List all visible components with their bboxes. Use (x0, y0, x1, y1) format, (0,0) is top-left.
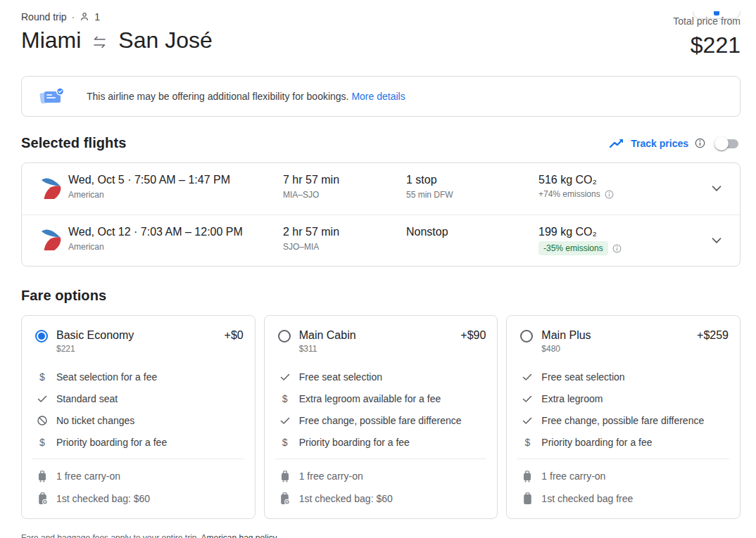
american-airlines-logo (39, 226, 68, 255)
fare-radio[interactable] (278, 330, 291, 342)
fare-price-delta: +$90 (460, 329, 486, 342)
fare-feature: Free seat selection (520, 366, 729, 388)
fare-options-heading: Fare options (21, 288, 106, 304)
bag-allowance: 1st checked bag: $60 (278, 487, 486, 510)
flight-row-outbound[interactable]: Wed, Oct 5 · 7:50 AM – 1:47 PM American … (22, 163, 740, 214)
carry-on-bag-icon (35, 470, 49, 482)
chevron-down-icon (712, 186, 722, 192)
expand-flight-button[interactable] (693, 163, 740, 214)
more-details-link[interactable]: More details (351, 91, 405, 102)
fare-price: $311 (299, 344, 461, 354)
total-price: $221 (673, 32, 741, 58)
track-prices-label: Track prices (631, 138, 688, 149)
fare-feature: $ Seat selection for a fee (35, 366, 244, 388)
bag-allowance: 1 free carry-on (278, 465, 486, 487)
dollar-icon: $ (35, 371, 49, 383)
fare-card-main-cabin[interactable]: Main Cabin $311 +$90 Free seat selection… (264, 315, 498, 519)
banner-message: This airline may be offering additional … (87, 91, 349, 102)
chevron-down-icon (712, 238, 722, 244)
flight-airline: American (68, 242, 283, 252)
flight-route: SJO–MIA (283, 242, 406, 252)
fare-feature: $ Priority boarding for a fee (278, 431, 486, 453)
fare-feature: Free seat selection (278, 366, 486, 388)
fare-radio[interactable] (520, 330, 533, 342)
fare-name: Main Plus (541, 329, 697, 342)
check-icon (520, 415, 534, 426)
flight-stops: 1 stop (406, 174, 538, 186)
trip-type-label: Round trip (21, 11, 67, 23)
fare-price-delta: +$0 (225, 329, 244, 342)
fare-price: $480 (541, 344, 697, 354)
info-icon[interactable] (695, 138, 705, 148)
bag-allowance: 1 free carry-on (35, 465, 244, 487)
fare-feature: $ Extra legroom available for a fee (278, 388, 486, 409)
check-icon (520, 393, 534, 404)
american-airlines-logo (39, 174, 68, 204)
bag-policy-link[interactable]: American bag policy (201, 533, 277, 538)
fare-feature: Extra legroom (520, 388, 729, 409)
flight-route: MIA–SJO (283, 190, 406, 200)
separator-dot: · (72, 11, 75, 23)
flight-airline: American (68, 190, 283, 200)
flight-duration: 7 hr 57 min (283, 174, 406, 186)
fare-feature: No ticket changes (35, 409, 244, 431)
flight-datetime: Wed, Oct 12 · 7:03 AM – 12:00 PM (68, 226, 283, 238)
destination-city: San José (118, 27, 212, 53)
fare-name: Basic Economy (56, 329, 225, 342)
fare-name: Main Cabin (299, 329, 461, 342)
check-icon (278, 371, 292, 383)
info-icon[interactable] (605, 190, 614, 199)
trending-up-icon (609, 138, 624, 149)
carry-on-bag-icon (520, 470, 534, 482)
flexibility-banner: This airline may be offering additional … (21, 76, 741, 117)
info-icon[interactable] (612, 244, 622, 253)
flight-booking-page: Round trip · 1 Miami San José (0, 11, 756, 538)
flight-duration: 2 hr 57 min (283, 226, 406, 238)
fare-feature: Free change, possible fare difference (278, 409, 486, 431)
track-prices-toggle[interactable] (714, 136, 741, 150)
emissions-badge: -35% emissions (538, 241, 608, 255)
swap-arrows-icon (92, 36, 108, 49)
expand-flight-button[interactable] (693, 215, 740, 266)
flight-stops: Nonstop (406, 226, 538, 238)
passenger-icon (80, 12, 89, 22)
blocked-icon (35, 415, 49, 426)
dollar-icon: $ (35, 437, 49, 448)
bag-allowance: 1st checked bag free (520, 487, 729, 510)
selected-flights-heading: Selected flights (21, 135, 126, 151)
fare-radio-selected[interactable] (35, 330, 48, 342)
dollar-icon: $ (278, 437, 292, 448)
fare-feature: $ Priority boarding for a fee (520, 431, 729, 453)
share-button[interactable] (693, 11, 741, 19)
check-icon (520, 371, 534, 383)
fare-price-delta: +$259 (697, 329, 729, 342)
share-icon (714, 11, 719, 15)
fare-card-basic-economy[interactable]: Basic Economy $221 +$0 $ Seat selection … (21, 315, 256, 519)
bag-allowance: 1st checked bag: $60 (35, 487, 244, 510)
flight-row-return[interactable]: Wed, Oct 12 · 7:03 AM – 12:00 PM America… (22, 214, 740, 266)
flight-emissions: 516 kg CO₂ (538, 174, 693, 186)
checked-bag-add-icon (35, 492, 49, 505)
checked-bag-add-icon (278, 492, 292, 505)
flight-datetime: Wed, Oct 5 · 7:50 AM – 1:47 PM (68, 174, 283, 186)
fare-feature: Standard seat (35, 388, 244, 409)
check-icon (35, 393, 49, 404)
checked-bag-icon (520, 492, 534, 505)
carry-on-bag-icon (278, 470, 292, 482)
fare-feature: $ Priority boarding for a fee (35, 431, 244, 453)
booking-flexibility-icon (39, 85, 65, 108)
flight-emissions: 199 kg CO₂ (538, 226, 693, 238)
selected-flights-list: Wed, Oct 5 · 7:50 AM – 1:47 PM American … (21, 162, 741, 267)
fare-card-main-plus[interactable]: Main Plus $480 +$259 Free seat selection… (506, 315, 741, 519)
fare-cards: Basic Economy $221 +$0 $ Seat selection … (21, 315, 741, 519)
fare-footer-text: Fare and baggage fees apply to your enti… (21, 533, 199, 538)
page-header: Round trip · 1 Miami San José (21, 11, 741, 58)
flight-stops-detail: 55 min DFW (406, 190, 538, 200)
route-title: Miami San José (21, 27, 213, 53)
bag-allowance: 1 free carry-on (520, 465, 729, 487)
dollar-icon: $ (278, 393, 292, 404)
flight-emissions-change: +74% emissions (538, 189, 600, 199)
dollar-icon: $ (520, 437, 534, 448)
fare-price: $221 (56, 344, 225, 354)
track-prices-control: Track prices (609, 136, 741, 150)
